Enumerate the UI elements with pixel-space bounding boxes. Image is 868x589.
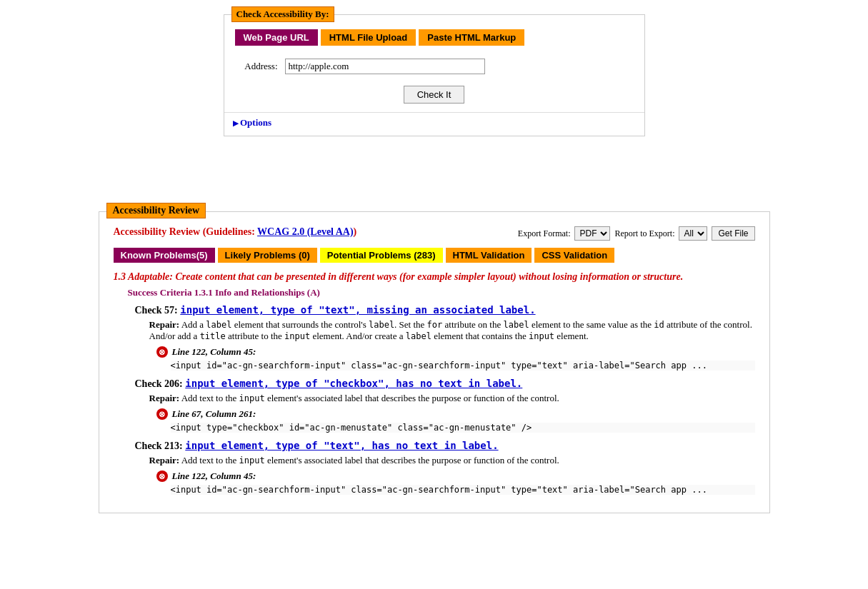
check-206-line-ref: ⊗ Line 67, Column 261: [156, 408, 755, 420]
guidelines-link[interactable]: WCAG 2.0 (Level AA) [257, 226, 354, 237]
error-icon-206: ⊗ [156, 408, 168, 420]
address-label: Address: [235, 61, 278, 72]
repair-label-213: Repair: [149, 455, 180, 465]
export-label: Export Format: [518, 228, 571, 239]
tab-paste-html[interactable]: Paste HTML Markup [419, 29, 524, 46]
tab-web-page-url[interactable]: Web Page URL [235, 29, 318, 46]
report-export-select[interactable]: All [679, 226, 707, 241]
tab-likely-problems[interactable]: Likely Problems (0) [218, 248, 317, 263]
check-206-link-text: input element, type of "checkbox", has n… [185, 378, 522, 389]
tab-potential-problems[interactable]: Potential Problems (283) [320, 248, 443, 263]
problems-tabs: Known Problems(5) Likely Problems (0) Po… [114, 248, 755, 263]
error-icon-213: ⊗ [156, 470, 168, 482]
tab-css-validation[interactable]: CSS Validation [534, 248, 614, 263]
tab-html-validation[interactable]: HTML Validation [446, 248, 532, 263]
check-213-id: Check 213: [135, 441, 183, 451]
check-213-link[interactable]: input element, type of "text", has no te… [185, 440, 498, 451]
address-input[interactable] [285, 59, 485, 74]
repair-text-206: Add text to the input element's associat… [181, 393, 559, 403]
check-57-id: Check 57: [135, 305, 178, 316]
success-criteria: Success Criteria 1.3.1 Info and Relation… [128, 287, 755, 298]
check-section-title: Check Accessibility By: [231, 6, 334, 22]
check-57-line-text: Line 122, Column 45: [172, 346, 256, 358]
check-57-line-ref: ⊗ Line 122, Column 45: [156, 346, 755, 358]
check-57-repair: Repair: Add a label element that surroun… [149, 319, 755, 342]
tab-html-file-upload[interactable]: HTML File Upload [321, 29, 416, 46]
export-row: Export Format: PDF Report to Export: All… [518, 226, 755, 241]
check-213-line-text: Line 122, Column 45: [172, 470, 256, 482]
repair-label-57: Repair: [149, 319, 180, 330]
review-guidelines: Accessibility Review (Guidelines: WCAG 2… [114, 226, 357, 238]
guidelines-suffix: ) [354, 226, 357, 237]
check-57-title: Check 57: input element, type of "text",… [135, 304, 755, 316]
check-57-link-text: input element, type of "text", missing a… [180, 304, 535, 316]
check-accessibility-section: Check Accessibility By: Web Page URL HTM… [224, 14, 645, 136]
report-label: Report to Export: [614, 228, 674, 239]
accessibility-review-section: Accessibility Review Accessibility Revie… [99, 211, 770, 513]
check-57-link[interactable]: input element, type of "text", missing a… [180, 304, 535, 316]
check-213-repair: Repair: Add text to the input element's … [149, 455, 755, 466]
address-row: Address: [224, 53, 644, 80]
error-icon-57: ⊗ [156, 346, 168, 358]
spacer [14, 144, 854, 201]
options-link[interactable]: Options [233, 117, 272, 128]
check-206-line-text: Line 67, Column 261: [172, 408, 256, 420]
check-206-code: <input type="checkbox" id="ac-gn-menusta… [171, 423, 755, 433]
check-it-button[interactable]: Check It [404, 86, 465, 104]
check-button-row: Check It [224, 80, 644, 112]
check-213-link-text: input element, type of "text", has no te… [185, 440, 498, 451]
criterion-heading: 1.3 Adaptable: Create content that can b… [114, 271, 755, 283]
repair-label-206: Repair: [149, 393, 180, 403]
check-213-title: Check 213: input element, type of "text"… [135, 440, 755, 452]
options-row: Options [224, 112, 644, 136]
check-213-line-ref: ⊗ Line 122, Column 45: [156, 470, 755, 482]
repair-text-57: Add a label element that surrounds the c… [149, 319, 752, 341]
check-206-id: Check 206: [135, 378, 183, 389]
page-wrapper: Check Accessibility By: Web Page URL HTM… [0, 0, 868, 589]
check-206-link[interactable]: input element, type of "checkbox", has n… [185, 378, 522, 389]
review-section-title: Accessibility Review [106, 203, 206, 218]
guidelines-prefix: Accessibility Review (Guidelines: [114, 226, 258, 237]
check-206-title: Check 206: input element, type of "check… [135, 378, 755, 390]
check-57-code: <input id="ac-gn-searchform-input" class… [171, 361, 755, 371]
check-206-repair: Repair: Add text to the input element's … [149, 393, 755, 404]
get-file-button[interactable]: Get File [712, 226, 754, 241]
review-header: Accessibility Review (Guidelines: WCAG 2… [114, 226, 755, 241]
tab-known-problems[interactable]: Known Problems(5) [114, 248, 215, 263]
export-format-select[interactable]: PDF [574, 226, 610, 241]
check-213-code: <input id="ac-gn-searchform-input" class… [171, 485, 755, 495]
repair-text-213: Add text to the input element's associat… [181, 455, 559, 465]
